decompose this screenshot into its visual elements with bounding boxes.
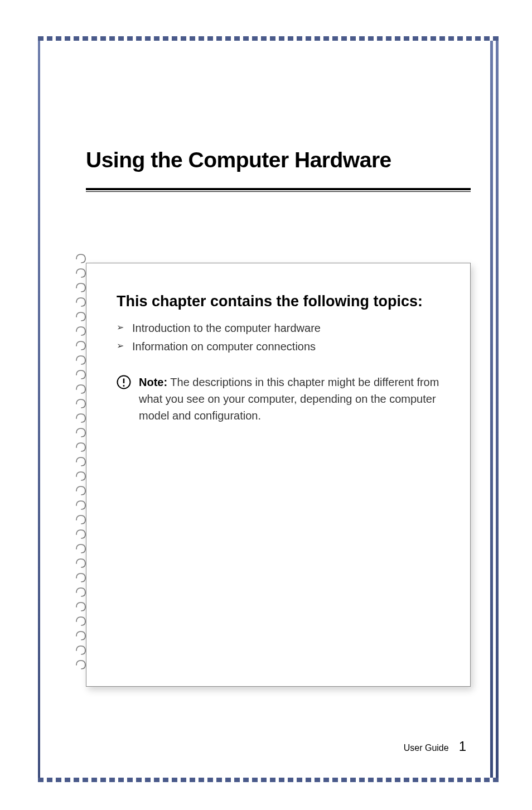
- page-number: 1: [459, 739, 466, 754]
- svg-point-2: [123, 385, 125, 387]
- footer-label: User Guide: [404, 743, 449, 753]
- info-box: This chapter contains the following topi…: [86, 263, 471, 687]
- note-text: Note: The descriptions in this chapter m…: [139, 374, 440, 424]
- spiral-ring-icon: [75, 572, 87, 584]
- border-bottom: [38, 778, 499, 782]
- spiral-ring-icon: [75, 601, 87, 613]
- spiral-binding: [75, 253, 91, 677]
- spiral-ring-icon: [75, 543, 87, 555]
- info-box-wrapper: This chapter contains the following topi…: [86, 263, 471, 687]
- spiral-ring-icon: [75, 499, 87, 512]
- spiral-ring-icon: [75, 311, 87, 323]
- page-footer: User Guide 1: [404, 739, 466, 754]
- title-underline: [86, 188, 471, 190]
- spiral-ring-icon: [75, 369, 87, 381]
- note-label: Note:: [139, 376, 167, 388]
- page-frame: Using the Computer Hardware This chapter…: [38, 36, 499, 782]
- note-block: Note: The descriptions in this chapter m…: [117, 374, 451, 424]
- spiral-ring-icon: [75, 485, 87, 497]
- spiral-ring-icon: [75, 528, 87, 541]
- info-heading: This chapter contains the following topi…: [117, 291, 451, 311]
- spiral-ring-icon: [75, 325, 87, 338]
- spiral-ring-icon: [75, 557, 87, 570]
- border-right-inner: [490, 41, 493, 778]
- important-icon: [117, 375, 131, 389]
- spiral-ring-icon: [75, 340, 87, 352]
- spiral-ring-icon: [75, 296, 87, 308]
- spiral-ring-icon: [75, 412, 87, 425]
- spiral-ring-icon: [75, 659, 87, 671]
- page-content: Using the Computer Hardware This chapter…: [55, 59, 476, 760]
- spiral-ring-icon: [75, 267, 87, 279]
- topic-item: Introduction to the computer hardware: [117, 319, 451, 338]
- spiral-ring-icon: [75, 427, 87, 439]
- chapter-title: Using the Computer Hardware: [86, 148, 476, 172]
- border-left: [38, 41, 40, 778]
- spiral-ring-icon: [75, 615, 87, 628]
- spiral-ring-icon: [75, 456, 87, 468]
- note-body: The descriptions in this chapter might b…: [139, 376, 439, 422]
- topic-list: Introduction to the computer hardware In…: [117, 319, 451, 356]
- border-top: [38, 36, 499, 41]
- spiral-ring-icon: [75, 586, 87, 599]
- spiral-ring-icon: [75, 630, 87, 642]
- spiral-ring-icon: [75, 514, 87, 526]
- spiral-ring-icon: [75, 383, 87, 396]
- spiral-ring-icon: [75, 253, 87, 265]
- topic-item: Information on computer connections: [117, 338, 451, 356]
- spiral-ring-icon: [75, 398, 87, 410]
- spiral-ring-icon: [75, 354, 87, 367]
- spiral-ring-icon: [75, 441, 87, 454]
- border-right-outer: [496, 41, 499, 778]
- spiral-ring-icon: [75, 644, 87, 657]
- spiral-ring-icon: [75, 282, 87, 294]
- spiral-ring-icon: [75, 470, 87, 483]
